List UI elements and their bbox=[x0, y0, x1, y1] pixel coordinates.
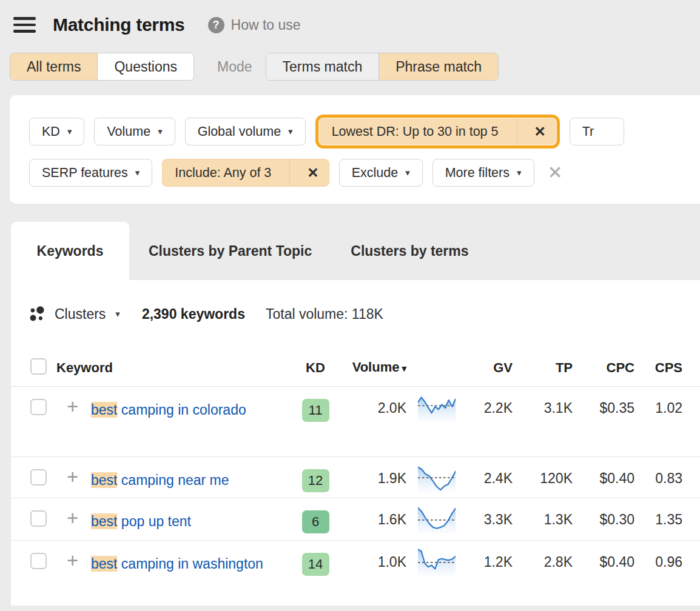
filter-include-label: Include: Any of 3 bbox=[163, 165, 282, 181]
matched-term-highlight: best bbox=[91, 556, 117, 572]
cps-value: 1.02 bbox=[634, 399, 682, 417]
report-toolbar: All terms Questions Mode Terms match Phr… bbox=[10, 53, 700, 81]
menu-hamburger-icon[interactable] bbox=[13, 17, 36, 33]
column-header-tp[interactable]: TP bbox=[513, 359, 573, 377]
keyword-rest: camping in washington bbox=[117, 556, 263, 572]
cpc-value: $0.40 bbox=[573, 469, 634, 487]
chevron-down-icon: ▾ bbox=[67, 126, 72, 137]
chip-divider bbox=[517, 118, 517, 145]
volume-value: 1.9K bbox=[340, 469, 406, 487]
filter-kd-label: KD bbox=[42, 124, 60, 139]
row-checkbox[interactable] bbox=[30, 510, 47, 527]
keyword-rest: camping in colorado bbox=[117, 402, 246, 418]
mode-label: Mode bbox=[217, 59, 252, 75]
chevron-down-icon: ▾ bbox=[115, 309, 120, 319]
tab-clusters-by-parent-topic[interactable]: Clusters by Parent Topic bbox=[129, 222, 331, 280]
filter-lowest-dr[interactable]: Lowest DR: Up to 30 in top 5 ✕ bbox=[318, 118, 557, 145]
matched-term-highlight: best bbox=[91, 513, 117, 529]
gv-value: 1.2K bbox=[467, 553, 513, 571]
cps-value: 1.35 bbox=[634, 510, 682, 529]
filter-global-volume[interactable]: Global volume ▾ bbox=[185, 118, 306, 145]
tp-value: 2.8K bbox=[513, 553, 573, 571]
filter-serp-features[interactable]: SERP features ▾ bbox=[29, 159, 152, 187]
volume-value: 1.0K bbox=[340, 553, 406, 571]
clusters-label: Clusters bbox=[55, 306, 106, 322]
table-row: + best pop up tent 6 1.6K 3.3K 1.3K $0.3… bbox=[11, 498, 700, 541]
kd-badge: 14 bbox=[302, 553, 329, 576]
tp-value: 3.1K bbox=[513, 399, 573, 417]
row-checkbox[interactable] bbox=[30, 553, 47, 569]
column-header-cpc[interactable]: CPC bbox=[573, 359, 634, 377]
matched-term-highlight: best bbox=[91, 402, 117, 418]
filters-panel: KD ▾ Volume ▾ Global volume ▾ Lowest DR:… bbox=[10, 95, 700, 204]
keyword-rest: camping near me bbox=[117, 472, 229, 488]
segment-phrase-match[interactable]: Phrase match bbox=[379, 53, 498, 80]
how-to-use[interactable]: ? How to use bbox=[208, 17, 301, 33]
tab-keywords[interactable]: Keywords bbox=[11, 222, 129, 280]
remove-filter-icon[interactable]: ✕ bbox=[297, 165, 328, 181]
filters-row-2: SERP features ▾ Include: Any of 3 ✕ Excl… bbox=[29, 159, 700, 187]
kd-badge: 6 bbox=[302, 510, 329, 533]
gv-value: 3.3K bbox=[467, 510, 513, 529]
cpc-value: $0.30 bbox=[573, 510, 634, 529]
table-row: + best camping in colorado 11 2.0K 2.2K … bbox=[11, 387, 700, 457]
clusters-dropdown[interactable]: Clusters ▾ bbox=[29, 306, 120, 322]
filter-traffic-clipped[interactable]: Tr bbox=[570, 118, 624, 145]
chip-divider bbox=[289, 159, 290, 186]
filter-volume-label: Volume bbox=[107, 124, 150, 139]
expand-plus-icon[interactable]: + bbox=[67, 507, 78, 529]
column-header-kd[interactable]: KD bbox=[291, 360, 340, 376]
filter-include[interactable]: Include: Any of 3 ✕ bbox=[162, 159, 329, 187]
filter-serp-features-label: SERP features bbox=[42, 165, 128, 181]
column-header-keyword[interactable]: Keyword bbox=[56, 360, 291, 376]
expand-plus-icon[interactable]: + bbox=[67, 466, 78, 488]
filter-more-filters-label: More filters bbox=[445, 165, 510, 181]
filter-volume[interactable]: Volume ▾ bbox=[94, 118, 175, 145]
tp-value: 1.3K bbox=[513, 510, 573, 529]
filter-global-volume-label: Global volume bbox=[198, 124, 281, 139]
select-all-checkbox[interactable] bbox=[30, 358, 47, 375]
clear-all-filters-icon[interactable]: ✕ bbox=[548, 164, 563, 182]
chevron-down-icon: ▾ bbox=[158, 126, 163, 137]
expand-plus-icon[interactable]: + bbox=[67, 549, 78, 572]
filter-more-filters[interactable]: More filters ▾ bbox=[432, 159, 534, 187]
cps-value: 0.83 bbox=[634, 469, 682, 487]
column-header-cps[interactable]: CPS bbox=[634, 359, 682, 377]
help-label: How to use bbox=[231, 17, 301, 33]
column-header-gv[interactable]: GV bbox=[467, 359, 513, 377]
row-checkbox[interactable] bbox=[30, 469, 47, 486]
cpc-value: $0.35 bbox=[573, 399, 634, 417]
volume-trend-sparkline bbox=[418, 464, 456, 492]
gv-value: 2.2K bbox=[467, 399, 513, 417]
total-volume: Total volume: 118K bbox=[266, 306, 383, 322]
segment-questions[interactable]: Questions bbox=[97, 53, 194, 80]
remove-filter-icon[interactable]: ✕ bbox=[525, 124, 556, 140]
tab-clusters-by-terms[interactable]: Clusters by terms bbox=[331, 222, 488, 280]
mode-segmented-control: Terms match Phrase match bbox=[266, 53, 499, 81]
filter-exclude[interactable]: Exclude ▾ bbox=[339, 159, 423, 187]
highlighted-filter-ring: Lowest DR: Up to 30 in top 5 ✕ bbox=[315, 115, 560, 149]
volume-value: 1.6K bbox=[340, 510, 406, 529]
segment-terms-match[interactable]: Terms match bbox=[266, 53, 379, 80]
gv-value: 2.4K bbox=[467, 469, 513, 487]
chevron-down-icon: ▾ bbox=[288, 126, 293, 137]
keyword-link[interactable]: best pop up tent bbox=[91, 513, 191, 529]
chevron-down-icon: ▾ bbox=[517, 167, 522, 178]
expand-plus-icon[interactable]: + bbox=[67, 395, 78, 418]
row-checkbox[interactable] bbox=[30, 399, 47, 415]
help-icon: ? bbox=[208, 17, 224, 33]
terms-segmented-control: All terms Questions bbox=[10, 53, 194, 81]
segment-all-terms[interactable]: All terms bbox=[10, 53, 97, 80]
keyword-link[interactable]: best camping in colorado bbox=[91, 402, 246, 418]
filters-row-1: KD ▾ Volume ▾ Global volume ▾ Lowest DR:… bbox=[29, 118, 700, 145]
page-title: Matching terms bbox=[53, 15, 185, 35]
keywords-panel: Clusters ▾ 2,390 keywords Total volume: … bbox=[11, 280, 700, 606]
matched-term-highlight: best bbox=[91, 472, 117, 488]
filter-kd[interactable]: KD ▾ bbox=[29, 118, 84, 145]
keyword-link[interactable]: best camping near me bbox=[91, 472, 229, 488]
table-header: Keyword KD Volume▾ GV TP CPC CPS bbox=[11, 349, 700, 387]
keyword-link[interactable]: best camping in washington bbox=[91, 556, 263, 572]
column-header-volume[interactable]: Volume▾ bbox=[340, 358, 406, 378]
filter-exclude-label: Exclude bbox=[352, 165, 399, 181]
app-header: Matching terms ? How to use bbox=[0, 0, 700, 35]
